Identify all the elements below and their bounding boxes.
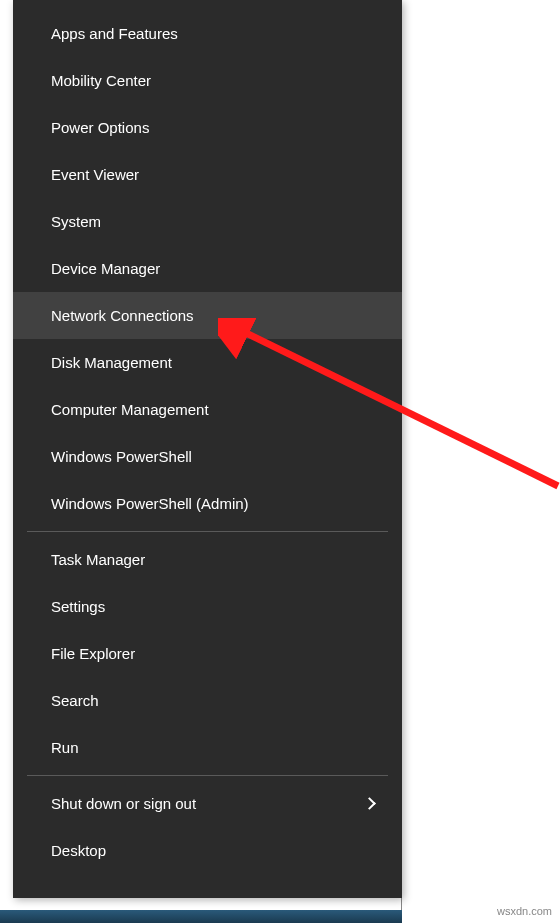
- menu-item-desktop[interactable]: Desktop: [13, 827, 402, 874]
- menu-item-computer-management[interactable]: Computer Management: [13, 386, 402, 433]
- menu-item-search[interactable]: Search: [13, 677, 402, 724]
- menu-item-label: Disk Management: [51, 354, 172, 371]
- menu-item-apps-features[interactable]: Apps and Features: [13, 10, 402, 57]
- menu-item-disk-management[interactable]: Disk Management: [13, 339, 402, 386]
- menu-item-label: Settings: [51, 598, 105, 615]
- menu-item-label: Power Options: [51, 119, 149, 136]
- menu-item-windows-powershell-admin[interactable]: Windows PowerShell (Admin): [13, 480, 402, 527]
- menu-divider: [27, 775, 388, 776]
- menu-item-system[interactable]: System: [13, 198, 402, 245]
- menu-item-shut-down[interactable]: Shut down or sign out: [13, 780, 402, 827]
- menu-item-device-manager[interactable]: Device Manager: [13, 245, 402, 292]
- taskbar: [0, 910, 402, 923]
- menu-item-file-explorer[interactable]: File Explorer: [13, 630, 402, 677]
- menu-divider: [27, 531, 388, 532]
- menu-item-network-connections[interactable]: Network Connections: [13, 292, 402, 339]
- winx-context-menu: Apps and FeaturesMobility CenterPower Op…: [13, 0, 402, 898]
- menu-item-run[interactable]: Run: [13, 724, 402, 771]
- menu-item-label: Computer Management: [51, 401, 209, 418]
- menu-item-windows-powershell[interactable]: Windows PowerShell: [13, 433, 402, 480]
- menu-item-label: Task Manager: [51, 551, 145, 568]
- menu-item-settings[interactable]: Settings: [13, 583, 402, 630]
- menu-item-power-options[interactable]: Power Options: [13, 104, 402, 151]
- menu-item-label: File Explorer: [51, 645, 135, 662]
- menu-item-label: Network Connections: [51, 307, 194, 324]
- menu-item-label: Run: [51, 739, 79, 756]
- menu-item-label: Shut down or sign out: [51, 795, 196, 812]
- menu-item-label: Windows PowerShell (Admin): [51, 495, 249, 512]
- menu-item-label: Apps and Features: [51, 25, 178, 42]
- menu-item-event-viewer[interactable]: Event Viewer: [13, 151, 402, 198]
- menu-item-mobility-center[interactable]: Mobility Center: [13, 57, 402, 104]
- watermark: wsxdn.com: [497, 905, 552, 917]
- menu-item-label: Device Manager: [51, 260, 160, 277]
- menu-item-label: System: [51, 213, 101, 230]
- menu-item-label: Desktop: [51, 842, 106, 859]
- chevron-right-icon: [363, 797, 376, 810]
- menu-item-label: Windows PowerShell: [51, 448, 192, 465]
- menu-item-task-manager[interactable]: Task Manager: [13, 536, 402, 583]
- menu-item-label: Event Viewer: [51, 166, 139, 183]
- menu-item-label: Mobility Center: [51, 72, 151, 89]
- menu-item-label: Search: [51, 692, 99, 709]
